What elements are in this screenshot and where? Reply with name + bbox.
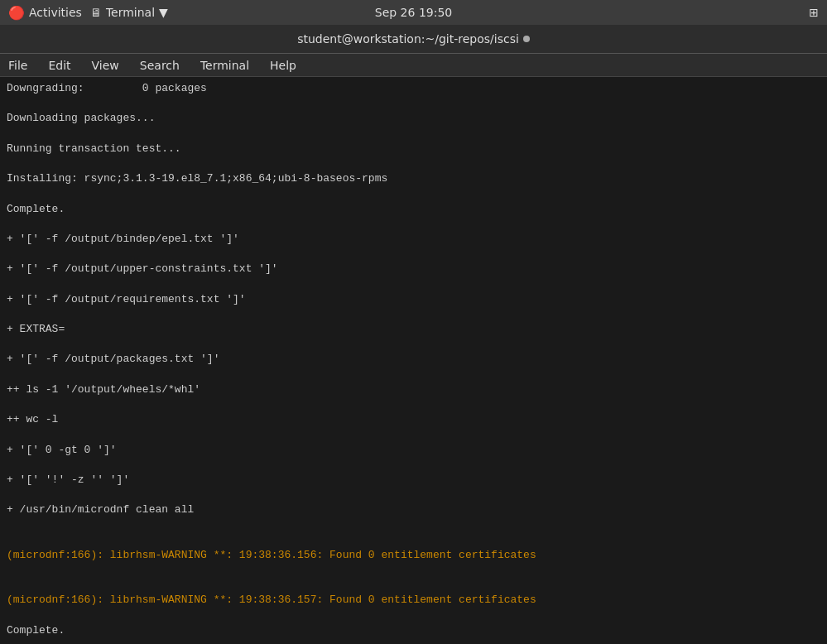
menu-terminal[interactable]: Terminal bbox=[196, 57, 253, 74]
terminal-window: student@workstation:~/git-repos/iscsi Fi… bbox=[0, 25, 827, 644]
system-datetime: Sep 26 19:50 bbox=[375, 6, 452, 19]
terminal-menu-button[interactable]: 🖥 Terminal ▼ bbox=[90, 6, 168, 19]
system-bar-right: ⊞ bbox=[809, 6, 819, 19]
menu-edit[interactable]: Edit bbox=[44, 57, 75, 74]
activities-button[interactable]: 🔴 Activities bbox=[8, 5, 82, 21]
terminal-title: student@workstation:~/git-repos/iscsi bbox=[297, 32, 519, 46]
terminal-output[interactable]: Downgrading: 0 packages Downloading pack… bbox=[0, 77, 827, 644]
menu-file[interactable]: File bbox=[4, 57, 31, 74]
system-bar-left: 🔴 Activities 🖥 Terminal ▼ bbox=[8, 5, 168, 21]
activities-icon: 🔴 bbox=[8, 5, 25, 21]
terminal-menu-bar: File Edit View Search Terminal Help bbox=[0, 54, 827, 77]
system-bar: 🔴 Activities 🖥 Terminal ▼ Sep 26 19:50 ⊞ bbox=[0, 0, 827, 25]
menu-search[interactable]: Search bbox=[136, 57, 184, 74]
terminal-label: Terminal bbox=[106, 6, 155, 19]
activities-label: Activities bbox=[29, 6, 82, 19]
terminal-dropdown-icon: ▼ bbox=[159, 6, 168, 19]
terminal-icon: 🖥 bbox=[90, 6, 102, 19]
network-icon: ⊞ bbox=[809, 6, 819, 19]
terminal-title-bar: student@workstation:~/git-repos/iscsi bbox=[0, 25, 827, 54]
indicator-dot bbox=[523, 36, 530, 42]
menu-view[interactable]: View bbox=[88, 57, 123, 74]
menu-help[interactable]: Help bbox=[266, 57, 301, 74]
